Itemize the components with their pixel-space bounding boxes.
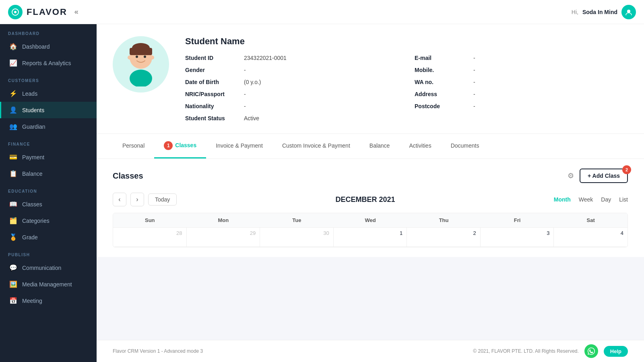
calendar-day-header: Mon bbox=[187, 213, 260, 228]
info-row: Address- bbox=[415, 91, 628, 97]
calendar-view-list[interactable]: List bbox=[619, 196, 628, 203]
collapse-icon[interactable]: « bbox=[74, 8, 78, 16]
sidebar-item-classes[interactable]: 📖Classes bbox=[0, 196, 97, 212]
sidebar-label-students: Students bbox=[22, 107, 44, 113]
info-value: - bbox=[244, 103, 246, 109]
calendar-prev-button[interactable]: ‹ bbox=[113, 193, 126, 206]
sidebar-item-dashboard[interactable]: 🏠Dashboard bbox=[0, 38, 97, 55]
sidebar-item-leads[interactable]: ⚡Leads bbox=[0, 85, 97, 102]
tabs-bar: Personal1ClassesInvoice & PaymentCustom … bbox=[97, 134, 644, 159]
main-content: Student Name Student ID234322021-0001Gen… bbox=[97, 24, 644, 362]
tab-custom-invoice[interactable]: Custom Invoice & Payment bbox=[272, 135, 360, 157]
calendar-day-header: Sat bbox=[554, 213, 627, 228]
info-value: - bbox=[244, 91, 246, 97]
info-label: Student Status bbox=[185, 115, 237, 121]
tab-classes[interactable]: 1Classes bbox=[154, 134, 206, 158]
calendar-day-cell[interactable]: 29 bbox=[187, 228, 260, 247]
calendar-day-header: Fri bbox=[481, 213, 554, 228]
svg-point-10 bbox=[150, 56, 154, 60]
sidebar-item-grade[interactable]: 🏅Grade bbox=[0, 229, 97, 245]
filter-icon[interactable]: ⚙ bbox=[568, 171, 574, 180]
calendar-day-cell[interactable]: 1 bbox=[334, 228, 407, 247]
info-row: Student StatusActive bbox=[185, 115, 398, 121]
info-label: NRIC/Passport bbox=[185, 91, 237, 97]
sidebar-label-grade: Grade bbox=[22, 234, 38, 241]
calendar-next-button[interactable]: › bbox=[130, 193, 144, 206]
info-value: - bbox=[473, 55, 475, 61]
sidebar-label-meeting: Meeting bbox=[22, 298, 42, 304]
profile-card: Student Name Student ID234322021-0001Gen… bbox=[97, 24, 644, 134]
sidebar: DASHBOARD🏠Dashboard📈Reports & AnalyticsC… bbox=[0, 24, 97, 362]
sidebar-label-reports: Reports & Analytics bbox=[22, 60, 71, 66]
calendar-day-header: Sun bbox=[113, 213, 187, 228]
communication-icon: 💬 bbox=[9, 264, 17, 272]
calendar-day-cell[interactable]: 28 bbox=[113, 228, 187, 247]
calendar-view-month[interactable]: Month bbox=[554, 196, 571, 203]
tab-invoice-payment[interactable]: Invoice & Payment bbox=[206, 135, 272, 157]
logo-text: FLAVOR bbox=[27, 7, 67, 17]
calendar-day-cell[interactable]: 2 bbox=[407, 228, 481, 247]
sidebar-item-communication[interactable]: 💬Communication bbox=[0, 259, 97, 276]
info-value: - bbox=[473, 91, 475, 97]
logo-area: FLAVOR « bbox=[8, 5, 78, 19]
sidebar-item-guardian[interactable]: 👥Guardian bbox=[0, 118, 97, 135]
svg-point-7 bbox=[144, 56, 146, 58]
info-label: Gender bbox=[185, 67, 237, 73]
sidebar-label-balance: Balance bbox=[22, 171, 43, 177]
calendar-view-week[interactable]: Week bbox=[579, 196, 593, 203]
tab-personal[interactable]: Personal bbox=[113, 135, 154, 157]
info-value: - bbox=[473, 79, 475, 85]
tab-label-documents: Documents bbox=[451, 142, 479, 149]
info-row: Date of Birth(0 y.o.) bbox=[185, 79, 398, 85]
sidebar-label-media: Media Management bbox=[22, 281, 72, 288]
calendar-view-day[interactable]: Day bbox=[601, 196, 611, 203]
main-layout: DASHBOARD🏠Dashboard📈Reports & AnalyticsC… bbox=[0, 24, 644, 362]
leads-icon: ⚡ bbox=[9, 90, 17, 97]
sidebar-label-categories: Categories bbox=[22, 218, 50, 224]
calendar-day-cell[interactable]: 30 bbox=[260, 228, 334, 247]
sidebar-item-payment[interactable]: 💳Payment bbox=[0, 149, 97, 165]
add-class-button[interactable]: + Add Class 2 bbox=[580, 169, 628, 183]
sidebar-label-payment: Payment bbox=[22, 154, 44, 160]
sidebar-item-meeting[interactable]: 📅Meeting bbox=[0, 292, 97, 309]
sidebar-item-categories[interactable]: 🗂️Categories bbox=[0, 212, 97, 229]
info-label: Nationality bbox=[185, 103, 237, 109]
sidebar-item-students[interactable]: 👤Students bbox=[0, 102, 97, 118]
info-row: Postcode- bbox=[415, 103, 628, 109]
tab-activities[interactable]: Activities bbox=[399, 135, 441, 157]
calendar-day-cell[interactable]: 4 bbox=[554, 228, 627, 247]
sidebar-section-label: PUBLISH bbox=[0, 245, 97, 259]
calendar-nav-left: ‹ › Today bbox=[113, 193, 177, 206]
sidebar-item-balance[interactable]: 📋Balance bbox=[0, 165, 97, 182]
topnav-right: Hi, Soda In Mind bbox=[572, 5, 636, 19]
sidebar-label-communication: Communication bbox=[22, 265, 61, 271]
dashboard-icon: 🏠 bbox=[9, 43, 17, 50]
whatsapp-button[interactable] bbox=[584, 344, 598, 358]
calendar-month-title: DECEMBER 2021 bbox=[336, 195, 395, 204]
info-label: E-mail bbox=[415, 55, 467, 61]
tab-documents[interactable]: Documents bbox=[441, 135, 489, 157]
tab-balance[interactable]: Balance bbox=[360, 135, 400, 157]
sidebar-item-media[interactable]: 🖼️Media Management bbox=[0, 276, 97, 292]
sidebar-section-label: DASHBOARD bbox=[0, 24, 97, 38]
tab-label-balance: Balance bbox=[369, 142, 390, 149]
sidebar-item-reports[interactable]: 📈Reports & Analytics bbox=[0, 55, 97, 71]
calendar-day-cell[interactable]: 3 bbox=[481, 228, 554, 247]
info-label: Date of Birth bbox=[185, 79, 237, 85]
calendar-day-header: Tue bbox=[260, 213, 334, 228]
info-value: - bbox=[244, 67, 246, 73]
greeting-text: Hi, bbox=[572, 9, 578, 15]
info-label: WA no. bbox=[415, 79, 467, 85]
help-button[interactable]: Help bbox=[604, 346, 628, 357]
tab-label-activities: Activities bbox=[409, 142, 431, 149]
info-grid: Student ID234322021-0001Gender-Date of B… bbox=[185, 55, 628, 121]
user-avatar[interactable] bbox=[621, 5, 636, 19]
calendar-nav: ‹ › Today DECEMBER 2021 MonthWeekDayList bbox=[113, 193, 628, 206]
students-icon: 👤 bbox=[9, 106, 17, 114]
info-row: NRIC/Passport- bbox=[185, 91, 398, 97]
info-row: Student ID234322021-0001 bbox=[185, 55, 398, 61]
balance-icon: 📋 bbox=[9, 170, 17, 177]
calendar-today-button[interactable]: Today bbox=[148, 193, 177, 206]
categories-icon: 🗂️ bbox=[9, 217, 17, 224]
svg-point-2 bbox=[627, 10, 630, 13]
